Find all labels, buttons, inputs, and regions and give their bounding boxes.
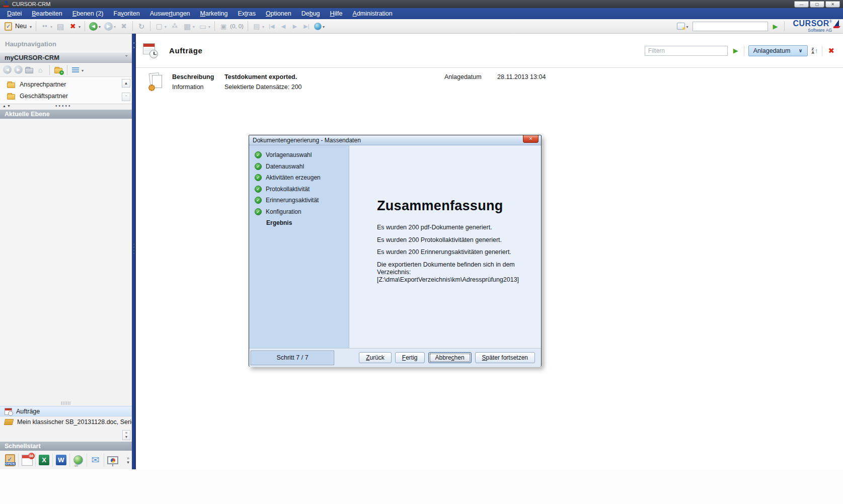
delete-button[interactable]	[67, 21, 82, 32]
panel-dropdown-icon[interactable]	[208, 23, 210, 30]
forward-dropdown-icon[interactable]	[114, 23, 116, 30]
quickstart-overflow-button[interactable]: »▾	[127, 456, 130, 464]
splitter-arrows-icon[interactable]: ▲▼	[3, 104, 12, 108]
chevron-down-icon[interactable]: ˇ	[125, 54, 127, 60]
quickstart-word-button[interactable]: W	[53, 453, 69, 468]
menu-administration[interactable]: Administration	[348, 8, 398, 19]
step-vorlagenauswahl[interactable]: ✓Vorlagenauswahl	[249, 149, 349, 161]
tree-scroll-up-button[interactable]: ▲	[122, 79, 130, 88]
clear-filter-button[interactable]	[826, 45, 836, 56]
recent-item-auftraege[interactable]: Aufträge	[0, 406, 132, 416]
record-row[interactable]: Beschreibung Information Testdokument ex…	[136, 68, 843, 91]
filter-apply-button[interactable]	[732, 46, 740, 55]
copy-button[interactable]	[153, 21, 168, 32]
print-dropdown-icon[interactable]	[193, 23, 195, 30]
quick-search-input[interactable]	[693, 22, 768, 31]
menu-optionen[interactable]: Optionen	[261, 8, 296, 19]
quickstart-open-button[interactable]: OPEN	[2, 453, 18, 468]
favorites-pages-button[interactable]	[675, 22, 689, 31]
sidebar-splitter[interactable]: ▲▼ •••••	[0, 104, 132, 110]
back-step-button[interactable]: Zurück	[359, 352, 392, 363]
menu-marketing[interactable]: Marketing	[195, 8, 233, 19]
menu-debug[interactable]: Debug	[296, 8, 325, 19]
forward-button[interactable]: ▶	[103, 21, 117, 32]
step-erinnerungsaktivitaet[interactable]: ✓Erinnerungsaktivität	[249, 195, 349, 206]
menu-ebenen[interactable]: Ebenen (2)	[67, 8, 109, 19]
tree-scroll-down-button[interactable]: ˇ	[122, 93, 130, 101]
finish-button[interactable]: Fertig	[395, 352, 425, 363]
new-dropdown-icon[interactable]	[30, 23, 32, 30]
favorites-dropdown-icon[interactable]	[686, 23, 688, 30]
last-record-button[interactable]: ▶|	[301, 22, 312, 31]
save-button[interactable]	[54, 21, 66, 32]
refresh-button[interactable]	[135, 21, 147, 32]
back-dropdown-icon[interactable]	[99, 23, 101, 30]
sort-direction-button[interactable]: ZA ↑	[812, 47, 818, 54]
global-search-button[interactable]	[313, 22, 326, 31]
next-record-button[interactable]: ▶	[289, 22, 300, 31]
home-button[interactable]	[36, 65, 45, 74]
main-splitter[interactable]: ‹› ····	[132, 34, 136, 469]
tree-item-geschaeftspartner[interactable]: Geschäftspartner	[0, 90, 132, 102]
dialog-close-button[interactable]: ✕	[523, 135, 539, 143]
quickstart-mail-button[interactable]: ✉	[87, 453, 104, 468]
nav-back-button[interactable]: ◀	[3, 65, 12, 74]
delete-dropdown-icon[interactable]	[79, 23, 81, 30]
menu-bearbeiten[interactable]: Bearbeiten	[27, 8, 67, 19]
back-button[interactable]: ◀	[88, 21, 102, 32]
maximize-button[interactable]: ▢	[810, 1, 824, 8]
step-protokollaktivitaet[interactable]: ✓Protokollaktivität	[249, 184, 349, 195]
orders-icon	[5, 408, 12, 415]
tree-item-ansprechpartner[interactable]: Ansprechpartner	[0, 78, 132, 90]
search-button[interactable]	[39, 21, 54, 32]
current-level-panel	[0, 119, 132, 370]
prev-record-button[interactable]: ◀	[278, 22, 289, 31]
sidebar-group-mycursor[interactable]: myCURSOR-CRM ˇ	[0, 52, 132, 63]
new-folder-button[interactable]: +	[54, 68, 62, 73]
menu-favoriten[interactable]: Favoriten	[109, 8, 145, 19]
minimize-button[interactable]: —	[794, 1, 809, 8]
quickstart-presentation-button[interactable]	[104, 453, 121, 468]
quickstart-weblink-button[interactable]	[70, 453, 87, 468]
menu-hilfe[interactable]: Hilfe	[325, 8, 348, 19]
bottom-splitter-handle[interactable]: ⅠⅠⅠⅠⅠⅠ	[0, 401, 132, 406]
panel-button[interactable]	[197, 21, 212, 32]
folder-up-button[interactable]	[25, 68, 33, 73]
cancel-wizard-button[interactable]: Abbrechen	[428, 352, 472, 363]
view-mode-dropdown-icon[interactable]	[82, 66, 84, 73]
splitter-handle-icon[interactable]: •••••	[55, 103, 72, 109]
global-search-dropdown-icon[interactable]	[323, 23, 325, 30]
quickstart-excel-button[interactable]: X	[36, 453, 52, 468]
filter-input[interactable]	[645, 46, 728, 56]
export-dropdown-icon[interactable]	[262, 23, 264, 30]
view-mode-button[interactable]	[72, 67, 79, 73]
menu-datei[interactable]: Datei	[2, 8, 27, 19]
step-konfiguration[interactable]: ✓Konfiguration	[249, 206, 349, 218]
recent-item-document[interactable]: Mein klassischer SB_20131128.doc, Serien…	[0, 416, 132, 427]
next-record-icon: ▶	[291, 23, 299, 30]
copy-dropdown-icon[interactable]	[165, 23, 167, 30]
step-ergebnis[interactable]: Ergebnis	[249, 217, 349, 229]
step-aktivitaeten-erzeugen[interactable]: ✓Aktivitäten erzeugen	[249, 172, 349, 184]
search-dropdown-icon[interactable]	[50, 23, 52, 30]
step-datenauswahl[interactable]: ✓Datenauswahl	[249, 161, 349, 173]
continue-later-button[interactable]: Später fortsetzen	[475, 352, 535, 363]
new-button[interactable]: Neu	[3, 21, 33, 32]
nav-forward-button[interactable]: ▶	[14, 65, 23, 74]
cancel-button[interactable]	[118, 21, 130, 32]
print-button[interactable]	[181, 21, 196, 32]
selection-counter-button[interactable]: (0, 0)	[217, 21, 245, 32]
quickstart-calendar-button[interactable]: 38	[19, 453, 35, 468]
quick-search-go-button[interactable]	[771, 22, 779, 31]
dialog-titlebar[interactable]: Dokumentengenerierung - Massendaten ✕	[249, 135, 541, 145]
splitter-collapse-icons[interactable]: ‹›	[132, 41, 136, 50]
close-button[interactable]: ✕	[825, 1, 840, 8]
splitter-grip-icon[interactable]: ····	[132, 242, 136, 255]
recent-overflow-button[interactable]: »▾	[122, 430, 130, 440]
workflow-button[interactable]	[169, 21, 181, 32]
menu-extras[interactable]: Extras	[233, 8, 260, 19]
export-button[interactable]	[251, 21, 266, 32]
menu-auswertungen[interactable]: Auswertungen	[145, 8, 195, 19]
sort-field-dropdown[interactable]: Anlagedatum ∨	[748, 45, 808, 56]
first-record-button[interactable]: |◀	[266, 22, 277, 31]
